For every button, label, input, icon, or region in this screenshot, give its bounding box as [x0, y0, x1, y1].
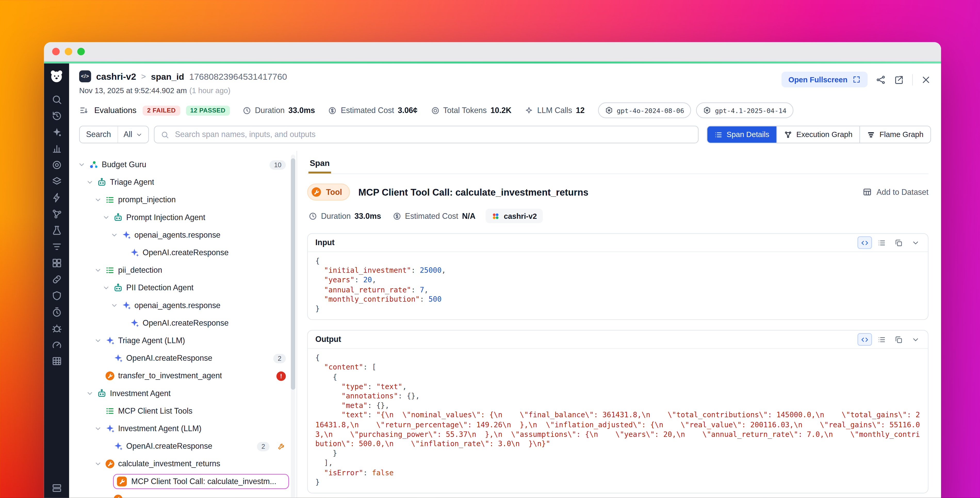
sparkle-icon[interactable]: [51, 127, 62, 137]
code-view-button[interactable]: [858, 334, 872, 346]
tree-item-prompt-injection-agent[interactable]: Prompt Injection Agent: [74, 209, 289, 226]
tree-item-openai-createresponse[interactable]: OpenAI.createResponse2: [74, 437, 289, 455]
tree-item-label: transfer_to_investment_agent: [118, 372, 222, 380]
chevron-down-icon[interactable]: [111, 302, 118, 309]
minimize-traffic-light[interactable]: [65, 48, 72, 55]
tree-item-transfer-to-investment-agent[interactable]: transfer_to_investment_agent!: [74, 367, 289, 385]
model-chip-gpt-4-1-2025-04-14[interactable]: gpt-4.1-2025-04-14: [696, 102, 793, 118]
chevron-down-icon[interactable]: [86, 389, 94, 397]
breadcrumb: </> cashri-v2 > span_id 1768082396453141…: [79, 70, 287, 82]
open-fullscreen-button[interactable]: Open Fullscreen: [781, 72, 867, 88]
trace-name[interactable]: cashri-v2: [96, 71, 136, 81]
tree-item-openai-createresponse[interactable]: OpenAI.createResponse: [74, 244, 289, 262]
tree-item-investment-agent[interactable]: Investment Agent: [74, 385, 289, 402]
copy-button[interactable]: [891, 236, 906, 249]
bug-icon[interactable]: [51, 323, 62, 334]
desktop-background: </> cashri-v2 > span_id 1768082396453141…: [0, 0, 980, 498]
gauge-icon[interactable]: [51, 339, 62, 350]
chevron-down-icon[interactable]: [102, 284, 110, 292]
blocks-icon[interactable]: [51, 258, 62, 268]
tree-item-triage-agent-llm[interactable]: Triage Agent (LLM): [74, 332, 289, 350]
span-tree-panel: Budget Guru10Triage Agentprompt_injectio…: [69, 151, 297, 498]
list-icon: [105, 195, 115, 205]
tab-span[interactable]: Span: [309, 154, 331, 174]
text-view-button[interactable]: [875, 334, 889, 346]
external-link-icon[interactable]: [894, 75, 904, 85]
history-icon[interactable]: [51, 111, 62, 121]
passed-badge[interactable]: 12 PASSED: [186, 105, 230, 115]
failed-badge[interactable]: 2 FAILED: [143, 105, 180, 115]
zoom-traffic-light[interactable]: [77, 48, 85, 55]
app-logo-icon[interactable]: [48, 68, 65, 84]
copy-button[interactable]: [891, 334, 906, 346]
listlines-icon: [714, 130, 722, 139]
span-id-value: 17680823964531417760: [189, 71, 287, 81]
tree-item-calculate-investment-returns[interactable]: calculate_investment_returns: [74, 455, 289, 473]
layers-icon[interactable]: [51, 176, 62, 187]
view-execution-graph-button[interactable]: Execution Graph: [776, 126, 859, 143]
network-icon: [784, 130, 792, 139]
search-filter-dropdown[interactable]: All: [118, 130, 148, 139]
scrollbar-thumb[interactable]: [291, 158, 295, 389]
view-flame-graph-button[interactable]: Flame Graph: [859, 126, 930, 143]
code-view-button[interactable]: [858, 236, 872, 249]
nodes-icon[interactable]: [51, 209, 62, 219]
collapse-button[interactable]: [908, 334, 923, 346]
close-icon[interactable]: [921, 75, 931, 85]
close-traffic-light[interactable]: [52, 48, 60, 55]
tree-item-label: OpenAI.createResponse: [143, 248, 229, 257]
view-span-details-button[interactable]: Span Details: [707, 126, 776, 143]
tree-item-budget-guru[interactable]: Budget Guru10: [74, 156, 289, 173]
flask-icon[interactable]: [51, 225, 62, 236]
tree-item-triage-agent[interactable]: Triage Agent: [74, 173, 289, 191]
tree-item-openai-agents-response[interactable]: openai_agents.response: [74, 297, 289, 314]
add-to-dataset-button[interactable]: Add to Dataset: [863, 187, 928, 197]
search-icon[interactable]: [51, 94, 62, 105]
span-details-panel: Span Tool MCP Client Tool Call: calculat…: [297, 151, 941, 498]
search-input[interactable]: [174, 129, 691, 140]
tree-item-mcp-client-list-tools[interactable]: MCP Client List Tools: [74, 402, 289, 420]
link-icon[interactable]: [51, 274, 62, 285]
window-titlebar[interactable]: [44, 42, 941, 62]
project-chip[interactable]: cashri-v2: [485, 209, 542, 223]
agent-icon: [113, 212, 123, 222]
chevron-down-icon[interactable]: [94, 337, 102, 345]
tree-item-mcp-client-tool-call-calculate-investm[interactable]: MCP Client Tool Call: calculate_investm.…: [74, 473, 289, 490]
search-input-wrap[interactable]: [154, 126, 698, 143]
tree-item-openai-createresponse[interactable]: OpenAI.createResponse: [74, 314, 289, 332]
search-scope-control[interactable]: Search All: [79, 126, 148, 143]
stack-icon[interactable]: [51, 483, 62, 493]
chart-icon[interactable]: [51, 143, 62, 154]
tree-item-pii-detection[interactable]: pii_detection: [74, 262, 289, 279]
collapse-button[interactable]: [908, 236, 923, 249]
grid-icon[interactable]: [51, 356, 62, 366]
shield-icon[interactable]: [51, 290, 62, 301]
trace-graph-icon[interactable]: [876, 75, 886, 85]
selected-span-box[interactable]: MCP Client Tool Call: calculate_investm.…: [113, 474, 289, 489]
tree-item-openai-createresponse[interactable]: OpenAI.createResponse2: [74, 350, 289, 367]
chevron-down-icon[interactable]: [102, 214, 110, 221]
tree-item-openai-agents-response[interactable]: openai_agents.response: [74, 226, 289, 244]
chevron-down-icon[interactable]: [94, 196, 102, 204]
timer-icon[interactable]: [51, 307, 62, 318]
model-chip-gpt-4o-2024-08-06[interactable]: gpt-4o-2024-08-06: [598, 102, 691, 118]
chevron-down-icon[interactable]: [94, 460, 102, 468]
chevron-down-icon[interactable]: [111, 231, 118, 239]
bolt-icon[interactable]: [51, 192, 62, 203]
evaluations-label[interactable]: Evaluations: [94, 105, 137, 115]
chevron-down-icon[interactable]: [94, 425, 102, 433]
tree-item-prompt-injection[interactable]: prompt_injection: [74, 191, 289, 209]
tree-item-partial[interactable]: [74, 490, 289, 498]
tree-item-investment-agent-llm[interactable]: Investment Agent (LLM): [74, 420, 289, 437]
table-icon: [863, 187, 872, 197]
tree-item-label: pii_detection: [118, 266, 162, 275]
filter-icon[interactable]: [51, 241, 62, 252]
chevron-down-icon[interactable]: [94, 267, 102, 274]
text-view-button[interactable]: [875, 236, 889, 249]
scrollbar-track[interactable]: [291, 155, 295, 498]
chevron-down-icon[interactable]: [86, 179, 94, 186]
chevron-down-icon[interactable]: [78, 161, 85, 169]
tree-item-pii-detection-agent[interactable]: PII Detection Agent: [74, 279, 289, 297]
chevron-down-icon: [135, 131, 142, 138]
target-icon[interactable]: [51, 160, 62, 170]
